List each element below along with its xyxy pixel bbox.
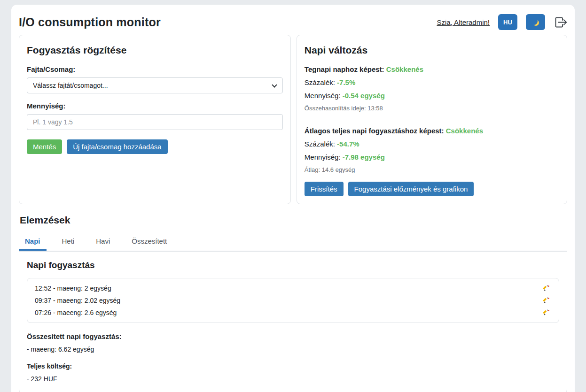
average-percent-value: -54.7% xyxy=(337,140,359,148)
add-type-button[interactable]: Új fajta/csomag hozzáadása xyxy=(67,139,167,154)
daily-change-card: Napi változás Tegnapi naphoz képest: Csö… xyxy=(297,35,567,204)
moon-icon xyxy=(531,18,538,25)
app-header: I/O consumption monitor Szia, Alteradmin… xyxy=(19,12,567,35)
pencil-icon xyxy=(543,284,550,292)
total-cost-value: - 232 HUF xyxy=(27,375,559,383)
type-label: Fajta/Csomag: xyxy=(27,65,283,73)
refresh-button[interactable]: Frissítés xyxy=(305,182,344,196)
entry-text: 07:26 - maeeng: 2.6 egység xyxy=(35,309,117,316)
tab-napi[interactable]: Napi xyxy=(19,233,47,251)
type-select[interactable]: Válassz fajtát/csomagot... xyxy=(27,77,283,93)
history-chart-button[interactable]: Fogyasztási előzmények és grafikon xyxy=(348,182,474,196)
page-title: I/O consumption monitor xyxy=(19,15,161,29)
average-quantity-line: Mennyiség: -7.98 egység xyxy=(305,153,559,161)
type-select-wrap: Válassz fajtát/csomagot... xyxy=(27,77,283,93)
average-status-line: Átlagos teljes napi fogyasztáshoz képest… xyxy=(305,127,559,135)
yesterday-percent-value: -7.5% xyxy=(337,78,355,86)
average-info: Átlag: 14.6 egység xyxy=(305,166,559,173)
logout-button[interactable] xyxy=(554,15,567,29)
daily-change-title: Napi változás xyxy=(305,45,559,56)
yesterday-percent-label: Százalék: xyxy=(305,78,335,86)
consumption-record-card: Fogyasztás rögzítése Fajta/Csomag: Válas… xyxy=(19,35,291,204)
language-button[interactable]: HU xyxy=(498,14,517,30)
quantity-label: Mennyiség: xyxy=(27,102,283,110)
record-buttons-row: Mentés Új fajta/csomag hozzáadása xyxy=(27,139,283,154)
quantity-input[interactable] xyxy=(27,114,283,130)
average-percent-label: Százalék: xyxy=(305,140,335,148)
tab-osszesitett[interactable]: Összesített xyxy=(125,233,173,251)
daily-consumption-title: Napi fogyasztás xyxy=(27,260,559,270)
edit-entry-button[interactable] xyxy=(542,308,551,317)
main-container: I/O consumption monitor Szia, Alteradmin… xyxy=(11,5,575,392)
entry-text: 12:52 - maeeng: 2 egység xyxy=(35,284,111,292)
theme-toggle-button[interactable] xyxy=(526,14,545,30)
greeting-link[interactable]: Szia, Alteradmin! xyxy=(437,18,490,26)
edit-entry-button[interactable] xyxy=(542,284,551,293)
analytics-tabs: Napi Heti Havi Összesített xyxy=(19,233,567,251)
average-status: Csökkenés xyxy=(446,127,483,135)
analytics-title: Elemzések xyxy=(20,215,567,226)
logout-icon xyxy=(554,15,567,29)
tab-havi[interactable]: Havi xyxy=(90,233,116,251)
yesterday-quantity-line: Mennyiség: -0.54 egység xyxy=(305,92,559,100)
top-cards-row: Fogyasztás rögzítése Fajta/Csomag: Válas… xyxy=(19,35,567,204)
daily-change-buttons-row: Frissítés Fogyasztási előzmények és graf… xyxy=(305,182,559,196)
yesterday-status-line: Tegnapi naphoz képest: Csökkenés xyxy=(305,65,559,73)
pencil-icon xyxy=(543,309,550,316)
list-item: 07:26 - maeeng: 2.6 egység xyxy=(27,307,559,319)
daily-total-value: - maeeng: 6.62 egység xyxy=(27,346,559,353)
yesterday-percent-line: Százalék: -7.5% xyxy=(305,78,559,86)
save-button[interactable]: Mentés xyxy=(27,139,62,154)
entry-text: 09:37 - maeeng: 2.02 egység xyxy=(35,297,120,304)
compare-time: Összehasonlítás ideje: 13:58 xyxy=(305,105,559,112)
yesterday-status: Csökkenés xyxy=(386,65,423,73)
yesterday-quantity-label: Mennyiség: xyxy=(305,92,341,100)
pencil-icon xyxy=(543,297,550,304)
daily-consumption-card: Napi fogyasztás 12:52 - maeeng: 2 egység… xyxy=(19,251,567,392)
total-cost-label: Teljes költség: xyxy=(27,362,559,370)
average-quantity-label: Mennyiség: xyxy=(305,153,341,161)
daily-total-label: Összesített napi fogyasztás: xyxy=(27,332,559,340)
list-item: 12:52 - maeeng: 2 egység xyxy=(27,282,559,294)
list-item: 09:37 - maeeng: 2.02 egység xyxy=(27,294,559,307)
average-quantity-value: -7.98 egység xyxy=(343,153,385,161)
record-card-title: Fogyasztás rögzítése xyxy=(27,45,283,56)
tab-heti[interactable]: Heti xyxy=(56,233,81,251)
yesterday-quantity-value: -0.54 egység xyxy=(343,92,385,100)
divider xyxy=(305,119,559,119)
entries-list: 12:52 - maeeng: 2 egység 09:37 - maeeng:… xyxy=(27,278,559,323)
yesterday-label: Tegnapi naphoz képest: xyxy=(305,65,384,73)
edit-entry-button[interactable] xyxy=(542,296,551,305)
average-percent-line: Százalék: -54.7% xyxy=(305,140,559,148)
header-actions: Szia, Alteradmin! HU xyxy=(437,14,567,30)
average-label: Átlagos teljes napi fogyasztáshoz képest… xyxy=(305,127,444,135)
